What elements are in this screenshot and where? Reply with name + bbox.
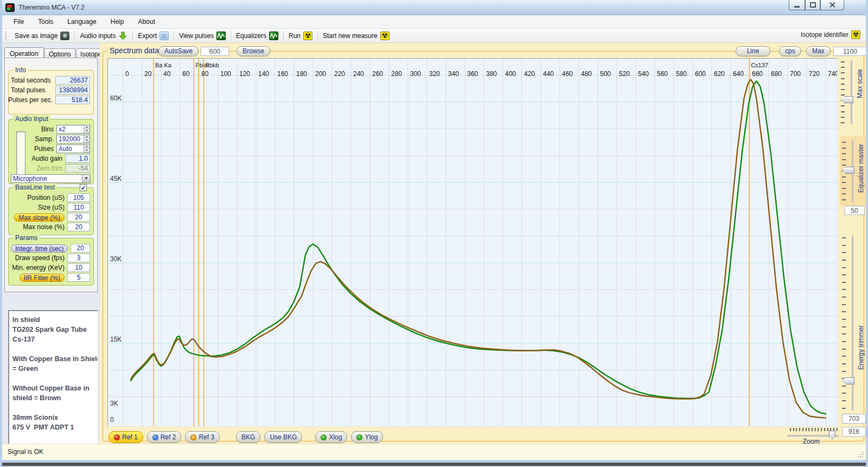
y-axis-tick-label: 30K <box>110 255 122 263</box>
spectrum-panel: Spectrum data AutoSave 600 Browse Line c… <box>100 43 866 444</box>
maximize-button[interactable] <box>805 0 820 10</box>
tick-mark <box>842 296 846 298</box>
menu-item-about[interactable]: About <box>132 16 161 27</box>
menu-bar: FileToolsLanguageHelpAbout <box>0 15 868 29</box>
tick-mark <box>842 311 846 312</box>
spectrum-chart[interactable]: Ba KaPbkaPbkbCs1370204060801001201401601… <box>107 58 838 427</box>
spinner-icon[interactable]: ▲▼ <box>84 125 90 133</box>
params-row-button[interactable]: IIR Filter (%) <box>20 274 65 282</box>
toolbar-button-export[interactable]: Export <box>134 30 173 41</box>
tick-mark <box>842 356 846 357</box>
toolbar-separator <box>132 31 133 40</box>
x-axis-tick-label: 740 <box>828 70 837 78</box>
spectrum-data-title: Spectrum data <box>107 46 161 55</box>
zoom-value[interactable]: 916 <box>842 427 866 437</box>
baseline-test-checkbox[interactable]: ✔ <box>80 184 87 191</box>
menu-item-file[interactable]: File <box>8 16 30 27</box>
params-row-value[interactable]: 5 <box>67 273 90 282</box>
spinner-down-icon[interactable]: ▼ <box>84 139 90 143</box>
cps-button[interactable]: cps <box>779 46 801 56</box>
xlog-button[interactable]: Xlog <box>315 431 347 443</box>
spinner-icon[interactable]: ▲▼ <box>84 135 90 143</box>
max-button[interactable]: Max <box>806 46 831 56</box>
status-ball-icon <box>114 434 120 440</box>
audio-row-select-pulses[interactable]: Auto▲▼ <box>56 144 90 153</box>
button-label: Ylog <box>365 433 378 441</box>
spinner-icon[interactable]: ▲▼ <box>84 145 90 153</box>
status-ball-icon <box>190 434 196 440</box>
button-label: Use BKG <box>270 433 297 441</box>
baseline-row-value[interactable]: 20 <box>67 213 90 222</box>
toolbar-button-label: View pulses <box>179 32 214 40</box>
camera-icon <box>60 31 69 40</box>
audio-gain-value[interactable]: 1.0 <box>65 154 90 163</box>
toolbar-button-view-pulses[interactable]: View pulses <box>175 30 229 41</box>
toolbar-button-run[interactable]: Run☢ <box>285 30 316 41</box>
menu-item-language[interactable]: Language <box>61 16 102 27</box>
info-row-value: 518.4 <box>55 96 90 104</box>
baseline-row-value[interactable]: 20 <box>67 223 90 231</box>
equalizer-master-label: Equalizer master <box>857 144 865 193</box>
params-row-value[interactable]: 3 <box>67 254 90 262</box>
baseline-row-value[interactable]: 110 <box>67 203 90 212</box>
radiation-icon: ☢ <box>380 31 390 40</box>
bkg-button[interactable]: BKG <box>236 431 260 443</box>
use-bkg-button[interactable]: Use BKG <box>264 431 302 443</box>
tick-mark <box>842 371 846 372</box>
toolbar-button-start-new-measure[interactable]: Start new measure☢ <box>319 30 393 41</box>
tick-mark <box>815 428 816 431</box>
toolbar-button-save-as-image[interactable]: Save as image <box>11 30 73 41</box>
ylog-button[interactable]: Ylog <box>351 431 383 443</box>
menu-item-help[interactable]: Help <box>105 16 130 27</box>
toolbar-button-audio-inputs[interactable]: Audio inputs <box>76 30 131 41</box>
radiation-icon: ☢ <box>303 31 312 40</box>
toolbar-button-equalizers[interactable]: Equalizers <box>232 30 282 41</box>
spinner-down-icon[interactable]: ▼ <box>84 149 90 153</box>
isotope-identifier-button[interactable]: Isotope identifier ☢ <box>801 30 860 39</box>
chevron-down-icon[interactable]: ▼ <box>82 175 90 182</box>
tick-mark <box>842 159 846 160</box>
max-scale-track[interactable] <box>851 60 852 124</box>
energy-trimmer-value[interactable]: 703 <box>842 414 866 424</box>
audio-row-select-samp[interactable]: 192000▲▼ <box>56 135 90 143</box>
tick-mark <box>842 386 846 387</box>
audio-row-select-bins[interactable]: x2▲▼ <box>56 125 90 134</box>
max-scale-value-input[interactable]: 1100 <box>833 47 867 56</box>
equalizer-master-value[interactable]: 50 <box>844 206 865 215</box>
tick-mark <box>841 122 845 123</box>
ref-1-button[interactable]: Ref 1 <box>108 431 143 443</box>
window-controls <box>789 0 844 10</box>
x-axis-tick-label: 60 <box>182 70 190 78</box>
params-row-button[interactable]: Integr. time (sec) <box>11 244 68 253</box>
resize-grip[interactable] <box>857 451 864 458</box>
y-axis-tick-label: 60K <box>110 94 122 102</box>
baseline-row-button[interactable]: Max slope (%) <box>14 213 65 222</box>
file-number-input[interactable]: 600 <box>201 47 229 56</box>
params-row-value[interactable]: 10 <box>67 263 90 272</box>
window-title: Theremino MCA - V7.2 <box>18 4 85 11</box>
tick-mark <box>842 282 846 283</box>
notes-textbox[interactable]: In shield TG202 Spark Gap Tube Cs-137 Wi… <box>8 310 99 456</box>
browse-button[interactable]: Browse <box>237 46 270 56</box>
audio-row-value: 192000 <box>57 135 84 143</box>
params-row-value[interactable]: 20 <box>71 244 90 253</box>
audio-device-select[interactable]: Microphone ▼ <box>11 174 91 183</box>
close-button[interactable] <box>820 0 844 10</box>
tick-mark <box>841 94 845 96</box>
spinner-down-icon[interactable]: ▼ <box>84 129 90 133</box>
minimize-button[interactable] <box>789 0 805 10</box>
menu-item-tools[interactable]: Tools <box>32 16 59 27</box>
status-bar: Signal is OK <box>2 444 866 460</box>
energy-trimmer-track[interactable] <box>852 235 853 411</box>
baseline-row-value[interactable]: 105 <box>67 193 90 202</box>
ref-3-button[interactable]: Ref 3 <box>185 431 220 443</box>
autosave-button[interactable]: AutoSave <box>158 46 199 56</box>
tick-mark <box>842 333 846 335</box>
tick-mark <box>842 165 846 166</box>
info-panel: Info Total seconds26637Total pulses13808… <box>8 70 94 115</box>
energy-trimmer-label: Energy trimmer <box>857 325 865 370</box>
line-mode-button[interactable]: Line <box>736 46 770 56</box>
ref-2-button[interactable]: Ref 2 <box>147 431 182 443</box>
chart-background <box>108 59 837 426</box>
spectrum-chart-svg: Ba KaPbkaPbkbCs1370204060801001201401601… <box>108 59 837 426</box>
